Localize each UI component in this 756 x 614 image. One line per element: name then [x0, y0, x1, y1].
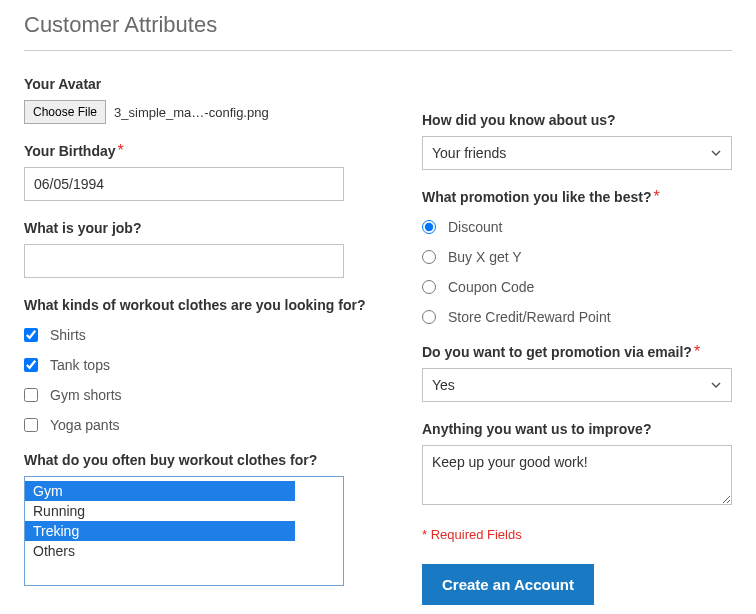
promo-option-label: Coupon Code: [448, 279, 534, 295]
source-select[interactable]: Your friends: [422, 136, 732, 170]
promo-option-label: Buy X get Y: [448, 249, 522, 265]
promo-option[interactable]: Buy X get Y: [422, 249, 732, 265]
buyfor-field: What do you often buy workout clothes fo…: [24, 451, 382, 586]
birthday-label: Your Birthday: [24, 143, 116, 159]
buyfor-label: What do you often buy workout clothes fo…: [24, 452, 317, 468]
promo-radio[interactable]: [422, 220, 436, 234]
birthday-input[interactable]: [24, 167, 344, 201]
promo-email-select[interactable]: Yes: [422, 368, 732, 402]
buyfor-option[interactable]: Running: [25, 501, 343, 521]
promo-radio[interactable]: [422, 280, 436, 294]
buyfor-option[interactable]: Others: [25, 541, 343, 561]
buyfor-multiselect[interactable]: GymRunningTrekingOthers: [24, 476, 344, 586]
improve-field: Anything you want us to improve?: [422, 420, 732, 509]
promo-email-label: Do you want to get promotion via email?: [422, 344, 692, 360]
clothes-checkbox[interactable]: [24, 328, 38, 342]
promo-option[interactable]: Discount: [422, 219, 732, 235]
promo-label: What promotion you like the best?: [422, 189, 651, 205]
required-marker: *: [694, 343, 700, 360]
birthday-field: Your Birthday*: [24, 142, 382, 201]
required-marker: *: [118, 142, 124, 159]
clothes-checkbox[interactable]: [24, 418, 38, 432]
promo-email-select-value: Yes: [432, 377, 455, 393]
promo-radio[interactable]: [422, 310, 436, 324]
promo-option[interactable]: Coupon Code: [422, 279, 732, 295]
buyfor-option[interactable]: Treking: [25, 521, 295, 541]
avatar-label: Your Avatar: [24, 76, 101, 92]
clothes-option-label: Yoga pants: [50, 417, 120, 433]
promo-radio[interactable]: [422, 250, 436, 264]
required-fields-note: * Required Fields: [422, 527, 732, 542]
promo-option-label: Store Credit/Reward Point: [448, 309, 611, 325]
promo-option[interactable]: Store Credit/Reward Point: [422, 309, 732, 325]
clothes-option-label: Tank tops: [50, 357, 110, 373]
selected-file-name: 3_simple_ma…-config.png: [114, 105, 269, 120]
clothes-option[interactable]: Shirts: [24, 327, 382, 343]
clothes-label: What kinds of workout clothes are you lo…: [24, 297, 365, 313]
promo-field: What promotion you like the best?* Disco…: [422, 188, 732, 325]
clothes-checkbox[interactable]: [24, 388, 38, 402]
clothes-option[interactable]: Yoga pants: [24, 417, 382, 433]
improve-textarea[interactable]: [422, 445, 732, 505]
source-select-value: Your friends: [432, 145, 506, 161]
page-title: Customer Attributes: [24, 12, 732, 51]
source-field: How did you know about us? Your friends: [422, 111, 732, 170]
source-label: How did you know about us?: [422, 112, 616, 128]
buyfor-option[interactable]: Gym: [25, 481, 295, 501]
job-label: What is your job?: [24, 220, 141, 236]
choose-file-button[interactable]: Choose File: [24, 100, 106, 124]
create-account-button[interactable]: Create an Account: [422, 564, 594, 605]
clothes-option-label: Shirts: [50, 327, 86, 343]
job-field: What is your job?: [24, 219, 382, 278]
promo-email-field: Do you want to get promotion via email?*…: [422, 343, 732, 402]
required-marker: *: [653, 188, 659, 205]
improve-label: Anything you want us to improve?: [422, 421, 651, 437]
job-input[interactable]: [24, 244, 344, 278]
clothes-checkbox[interactable]: [24, 358, 38, 372]
clothes-option-label: Gym shorts: [50, 387, 122, 403]
promo-option-label: Discount: [448, 219, 502, 235]
clothes-option[interactable]: Gym shorts: [24, 387, 382, 403]
avatar-field: Your Avatar Choose File 3_simple_ma…-con…: [24, 75, 382, 124]
clothes-field: What kinds of workout clothes are you lo…: [24, 296, 382, 433]
clothes-option[interactable]: Tank tops: [24, 357, 382, 373]
